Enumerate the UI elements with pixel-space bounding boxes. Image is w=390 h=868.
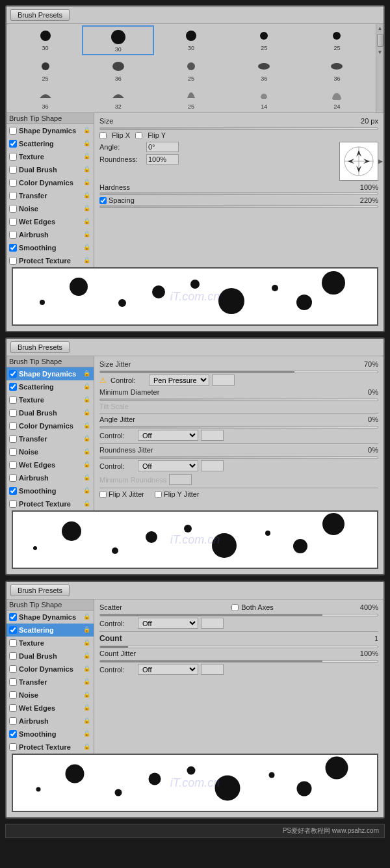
sidebar-noise-1[interactable]: Noise 🔒 xyxy=(6,202,94,215)
scroll-up-arrow[interactable]: ▲ xyxy=(376,24,384,33)
brush-thumb[interactable]: 30 xyxy=(155,25,227,55)
brush-thumb[interactable]: 25 xyxy=(9,56,81,83)
sidebar-transfer-2[interactable]: Transfer 🔒 xyxy=(6,432,94,445)
color-dynamics-check[interactable] xyxy=(9,179,17,187)
smoothing-check[interactable] xyxy=(9,244,17,252)
angle-jitter-slider[interactable] xyxy=(99,426,378,428)
sidebar-shape-dynamics-1[interactable]: Shape Dynamics 🔒 xyxy=(6,124,94,137)
sidebar-smoothing-3[interactable]: Smoothing 🔒 xyxy=(6,728,94,741)
size-jitter-slider[interactable] xyxy=(99,371,378,373)
brush-presets-btn-2[interactable]: Brush Presets xyxy=(10,341,70,353)
brush-tip-shape-header-3[interactable]: Brush Tip Shape xyxy=(6,599,94,611)
scroll-thumb[interactable] xyxy=(377,34,384,47)
sidebar-scattering-2[interactable]: Scattering 🔒 xyxy=(6,380,94,393)
sidebar-dual-brush-3[interactable]: Dual Brush 🔒 xyxy=(6,650,94,663)
wet-edges-check-2[interactable] xyxy=(9,461,17,469)
sidebar-protect-texture-1[interactable]: Protect Texture 🔒 xyxy=(6,254,94,267)
brush-thumb[interactable]: 25 xyxy=(155,84,227,111)
sidebar-shape-dynamics-2[interactable]: Shape Dynamics 🔒 xyxy=(6,367,94,380)
spacing-check[interactable] xyxy=(99,197,107,204)
dual-brush-check-2[interactable] xyxy=(9,409,17,417)
control-extra-2[interactable] xyxy=(201,430,224,441)
shape-dynamics-check[interactable] xyxy=(9,127,17,135)
sidebar-texture-3[interactable]: Texture 🔒 xyxy=(6,637,94,650)
noise-check-3[interactable] xyxy=(9,691,17,699)
texture-check-2[interactable] xyxy=(9,396,17,404)
shape-dynamics-check-3[interactable] xyxy=(9,613,17,621)
scattering-check[interactable] xyxy=(9,140,17,148)
scroll-bar-1[interactable]: ▲ ▼ xyxy=(376,24,384,112)
sidebar-color-dynamics-1[interactable]: Color Dynamics 🔒 xyxy=(6,176,94,189)
dual-brush-check-3[interactable] xyxy=(9,652,17,660)
sidebar-texture-2[interactable]: Texture 🔒 xyxy=(6,393,94,406)
sidebar-noise-3[interactable]: Noise 🔒 xyxy=(6,689,94,702)
brush-thumb[interactable]: 30 xyxy=(82,25,154,55)
transfer-check-2[interactable] xyxy=(9,435,17,443)
scattering-check-3[interactable] xyxy=(9,626,17,634)
sidebar-airbrush-3[interactable]: Airbrush 🔒 xyxy=(6,715,94,728)
control-select-2[interactable]: Off Pen Pressure Fade xyxy=(138,430,198,441)
sidebar-scattering-1[interactable]: Scattering 🔒 xyxy=(6,137,94,150)
brush-thumb[interactable]: 36 xyxy=(228,56,300,83)
count-jitter-control-extra[interactable] xyxy=(201,664,224,675)
sidebar-scattering-3[interactable]: Scattering 🔒 xyxy=(6,624,94,637)
sidebar-smoothing-2[interactable]: Smoothing 🔒 xyxy=(6,484,94,497)
sidebar-color-dynamics-2[interactable]: Color Dynamics 🔒 xyxy=(6,419,94,432)
transfer-check-3[interactable] xyxy=(9,678,17,686)
airbrush-check[interactable] xyxy=(9,231,17,239)
brush-thumb[interactable]: 30 xyxy=(9,25,81,55)
brush-thumb[interactable]: 32 xyxy=(82,84,154,111)
hardness-slider[interactable] xyxy=(99,192,378,195)
wet-edges-check[interactable] xyxy=(9,218,17,226)
texture-check-3[interactable] xyxy=(9,639,17,647)
brush-thumb[interactable]: 36 xyxy=(301,56,373,83)
scatter-control-select[interactable]: Off Pen Pressure Fade xyxy=(138,618,198,629)
compass-widget[interactable]: ▶ xyxy=(339,142,378,181)
size-slider[interactable] xyxy=(99,127,378,130)
brush-thumb[interactable]: 25 xyxy=(228,25,300,55)
spacing-slider[interactable] xyxy=(99,205,378,208)
color-dynamics-check-2[interactable] xyxy=(9,422,17,430)
airbrush-check-3[interactable] xyxy=(9,717,17,725)
protect-texture-check-3[interactable] xyxy=(9,743,17,751)
sidebar-wet-edges-3[interactable]: Wet Edges 🔒 xyxy=(6,702,94,715)
sidebar-wet-edges-1[interactable]: Wet Edges 🔒 xyxy=(6,215,94,228)
control-select-3[interactable]: Off Pen Pressure xyxy=(138,460,198,471)
brush-tip-shape-header-2[interactable]: Brush Tip Shape xyxy=(6,356,94,367)
color-dynamics-check-3[interactable] xyxy=(9,665,17,673)
brush-thumb[interactable]: 25 xyxy=(155,56,227,83)
control-select-1[interactable]: Pen Pressure Off Fade Pen Tilt xyxy=(149,375,209,386)
sidebar-dual-brush-1[interactable]: Dual Brush 🔒 xyxy=(6,163,94,176)
min-diameter-slider[interactable] xyxy=(99,399,378,401)
angle-input[interactable] xyxy=(146,142,179,152)
brush-thumb[interactable]: 36 xyxy=(9,84,81,111)
sidebar-color-dynamics-3[interactable]: Color Dynamics 🔒 xyxy=(6,663,94,676)
sidebar-shape-dynamics-3[interactable]: Shape Dynamics 🔒 xyxy=(6,611,94,624)
flip-y-check[interactable] xyxy=(135,132,142,139)
brush-presets-btn-3[interactable]: Brush Presets xyxy=(10,585,70,596)
sidebar-transfer-1[interactable]: Transfer 🔒 xyxy=(6,189,94,202)
scroll-down-arrow[interactable]: ▼ xyxy=(376,48,384,57)
airbrush-check-2[interactable] xyxy=(9,474,17,482)
wet-edges-check-3[interactable] xyxy=(9,704,17,712)
transfer-check[interactable] xyxy=(9,192,17,200)
sidebar-transfer-3[interactable]: Transfer 🔒 xyxy=(6,676,94,689)
scattering-check-2[interactable] xyxy=(9,383,17,391)
sidebar-dual-brush-2[interactable]: Dual Brush 🔒 xyxy=(6,406,94,419)
smoothing-check-2[interactable] xyxy=(9,487,17,495)
dual-brush-check[interactable] xyxy=(9,166,17,174)
brush-thumb[interactable]: 36 xyxy=(82,56,154,83)
protect-texture-check[interactable] xyxy=(9,257,17,265)
smoothing-check-3[interactable] xyxy=(9,730,17,738)
brush-thumb[interactable]: 24 xyxy=(301,84,373,111)
brush-presets-btn-1[interactable]: Brush Presets xyxy=(10,9,70,21)
noise-check[interactable] xyxy=(9,205,17,213)
count-jitter-slider[interactable] xyxy=(99,660,378,663)
control-extra-3[interactable] xyxy=(201,460,224,471)
brush-thumb[interactable]: 25 xyxy=(301,25,373,55)
flip-x-check[interactable] xyxy=(99,132,107,139)
sidebar-noise-2[interactable]: Noise 🔒 xyxy=(6,445,94,458)
sidebar-airbrush-2[interactable]: Airbrush 🔒 xyxy=(6,471,94,484)
sidebar-protect-texture-3[interactable]: Protect Texture 🔒 xyxy=(6,741,94,754)
both-axes-check[interactable] xyxy=(231,604,239,611)
